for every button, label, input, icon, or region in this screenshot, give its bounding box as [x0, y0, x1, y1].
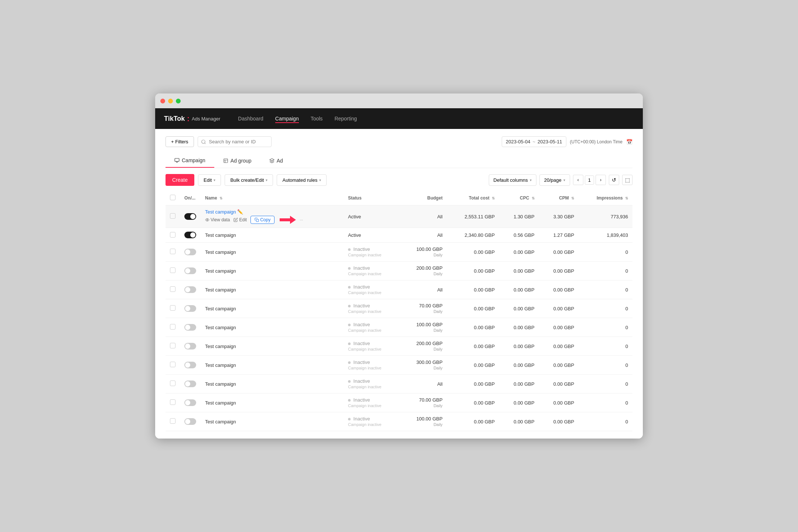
cpm-7: 0.00 GBP: [539, 318, 579, 337]
toggle-off-4[interactable]: [184, 267, 196, 274]
maximize-button[interactable]: [176, 99, 181, 103]
toggle-off-6[interactable]: [184, 305, 196, 312]
impressions-10: 0: [579, 375, 632, 393]
view-data-link-1[interactable]: View data: [205, 217, 230, 222]
calendar-icon[interactable]: 📅: [626, 139, 632, 145]
budget-11: 70.00 GBPDaily: [400, 393, 447, 412]
search-input[interactable]: [198, 136, 272, 147]
date-tilde: ~: [533, 139, 536, 144]
nav-dashboard[interactable]: Dashboard: [238, 114, 263, 123]
row-checkbox-7[interactable]: [170, 324, 175, 330]
status-8: Inactive Campaign inactive: [348, 341, 396, 352]
refresh-button[interactable]: ↺: [609, 175, 619, 185]
status-1: Active: [348, 214, 361, 219]
date-range[interactable]: 2023-05-04 ~ 2023-05-11: [502, 136, 566, 147]
columns-button[interactable]: Default columns ▾: [489, 174, 536, 186]
create-button[interactable]: Create: [166, 174, 194, 186]
prev-page-button[interactable]: ‹: [573, 175, 583, 185]
toggle-on-1[interactable]: [184, 213, 196, 220]
th-cpc: CPC ⇅: [499, 191, 539, 205]
svg-point-2: [207, 219, 208, 221]
bulk-create-button[interactable]: Bulk create/Edit ▾: [225, 174, 273, 186]
edit-link-1[interactable]: Edit: [233, 217, 247, 222]
total-cost-7: 0.00 GBP: [447, 318, 499, 337]
row-checkbox-2[interactable]: [170, 232, 175, 238]
perpage-button[interactable]: 20/page ▾: [539, 174, 570, 186]
cpc-2: 0.56 GBP: [499, 228, 539, 243]
cpm-11: 0.00 GBP: [539, 393, 579, 412]
automated-rules-button[interactable]: Automated rules ▾: [277, 174, 327, 186]
toggle-off-10[interactable]: [184, 381, 196, 387]
toggle-off-8[interactable]: [184, 343, 196, 349]
th-impressions: Impressions ⇅: [579, 191, 632, 205]
status-11: Inactive Campaign inactive: [348, 397, 396, 408]
impressions-sort-icon[interactable]: ⇅: [625, 196, 628, 200]
toggle-off-9[interactable]: [184, 362, 196, 368]
nav-campaign[interactable]: Campaign: [275, 114, 299, 123]
top-navigation: TikTok : Ads Manager Dashboard Campaign …: [155, 108, 643, 129]
status-10: Inactive Campaign inactive: [348, 378, 396, 389]
budget-4: 200.00 GBPDaily: [400, 262, 447, 280]
toggle-off-5[interactable]: [184, 286, 196, 293]
row-checkbox-4[interactable]: [170, 267, 175, 273]
filters-button[interactable]: + Filters: [166, 136, 194, 147]
row-checkbox-11[interactable]: [170, 399, 175, 405]
toggle-off-3[interactable]: [184, 249, 196, 255]
ad-icon: [269, 158, 274, 163]
select-all-checkbox[interactable]: [170, 195, 175, 200]
export-button[interactable]: ⬚: [622, 175, 632, 185]
close-button[interactable]: [160, 99, 165, 103]
row-checkbox-9[interactable]: [170, 362, 175, 367]
table-row: Test campaign Inactive Campaign inactive…: [166, 337, 632, 356]
cpm-10: 0.00 GBP: [539, 375, 579, 393]
toggle-off-11[interactable]: [184, 399, 196, 406]
row-checkbox-12[interactable]: [170, 418, 175, 424]
row-checkbox-6[interactable]: [170, 305, 175, 311]
row-checkbox-3[interactable]: [170, 249, 175, 254]
copy-button-1[interactable]: Copy: [250, 216, 274, 224]
impressions-3: 0: [579, 243, 632, 262]
row-checkbox-1[interactable]: [170, 213, 175, 219]
campaign-name-12: Test campaign: [205, 419, 236, 424]
status-dot-9: [348, 361, 351, 364]
actions-row: Create Edit ▾ Bulk create/Edit ▾ Automat…: [166, 174, 632, 186]
row-checkbox-10[interactable]: [170, 381, 175, 386]
row-checkbox-5[interactable]: [170, 286, 175, 292]
cpc-12: 0.00 GBP: [499, 412, 539, 431]
nav-tools[interactable]: Tools: [311, 114, 323, 123]
cpc-sort-icon[interactable]: ⇅: [532, 196, 535, 200]
red-arrow-1: [280, 216, 296, 224]
tab-campaign[interactable]: Campaign: [166, 154, 214, 168]
budget-12: 100.00 GBPDaily: [400, 412, 447, 431]
tab-ad[interactable]: Ad: [260, 154, 292, 168]
status-dot-11: [348, 399, 351, 402]
cpm-9: 0.00 GBP: [539, 356, 579, 375]
impressions-4: 0: [579, 262, 632, 280]
table-row: Test campaign ✏️ View data Edit Copy: [166, 205, 632, 228]
tab-adgroup[interactable]: Ad group: [214, 154, 260, 168]
toggle-on-2[interactable]: [184, 232, 196, 238]
titlebar: [155, 93, 643, 108]
table-row: Test campaign Inactive Campaign inactive…: [166, 412, 632, 431]
name-sort-icon[interactable]: ⇅: [219, 196, 222, 200]
toggle-off-7[interactable]: [184, 324, 196, 331]
campaign-name-link-1[interactable]: Test campaign ✏️: [205, 209, 243, 215]
impressions-7: 0: [579, 318, 632, 337]
campaign-name-7: Test campaign: [205, 325, 236, 330]
edit-button[interactable]: Edit ▾: [198, 174, 221, 186]
total-cost-12: 0.00 GBP: [447, 412, 499, 431]
more-options-1[interactable]: ···: [300, 218, 303, 222]
table-row: Test campaignActiveAll2,340.80 GBP0.56 G…: [166, 228, 632, 243]
status-7: Inactive Campaign inactive: [348, 322, 396, 333]
cpm-sort-icon[interactable]: ⇅: [571, 196, 574, 200]
totalcost-sort-icon[interactable]: ⇅: [492, 196, 495, 200]
svg-rect-0: [175, 158, 179, 161]
minimize-button[interactable]: [168, 99, 173, 103]
date-to: 2023-05-11: [538, 139, 562, 144]
total-cost-2: 2,340.80 GBP: [447, 228, 499, 243]
nav-reporting[interactable]: Reporting: [334, 114, 357, 123]
row-checkbox-8[interactable]: [170, 343, 175, 348]
svg-marker-4: [280, 216, 296, 224]
toggle-off-12[interactable]: [184, 418, 196, 425]
next-page-button[interactable]: ›: [596, 175, 606, 185]
